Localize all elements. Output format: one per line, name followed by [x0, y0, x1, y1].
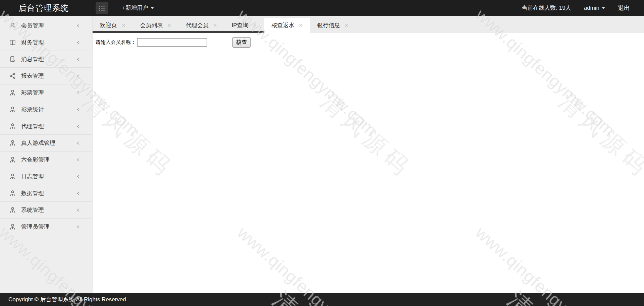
user-tie-icon [9, 139, 16, 146]
sidebar-item-label: 管理员管理 [21, 223, 50, 231]
sidebar-item-label: 系统管理 [21, 206, 44, 214]
tab-rebate-check[interactable]: 核查返水 × [264, 18, 310, 33]
chevron-left-icon [76, 158, 81, 162]
sidebar-item-label: 数据管理 [21, 189, 44, 197]
close-icon[interactable]: × [345, 22, 348, 28]
tab-agent-member[interactable]: 代理会员 × [178, 18, 224, 33]
chevron-left-icon [76, 40, 81, 45]
tab-list: 欢迎页 × 会员列表 × 代理会员 × IP查询 × 核查返水 × 银行信息 × [93, 16, 644, 33]
chevron-left-icon [76, 208, 81, 212]
admin-username: admin [584, 5, 599, 11]
chevron-left-icon [76, 174, 81, 179]
tab-bank-info[interactable]: 银行信息 × [310, 18, 356, 33]
tab-label: 核查返水 [271, 21, 294, 29]
sidebar-item-finance-mgmt[interactable]: 财务管理 [0, 34, 92, 51]
sidebar-item-label: 会员管理 [21, 22, 44, 29]
logout-button[interactable]: 退出 [618, 4, 630, 12]
menu-toggle-button[interactable] [96, 2, 108, 14]
user-tie-icon [9, 156, 16, 163]
user-tie-icon [9, 206, 16, 213]
tab-ip-query[interactable]: IP查询 × [224, 18, 264, 33]
check-button[interactable]: 核查 [232, 37, 251, 48]
sidebar-item-lottery-mgmt[interactable]: 彩票管理 [0, 84, 92, 101]
file-icon [9, 56, 16, 63]
chevron-left-icon [76, 90, 81, 95]
close-icon[interactable]: × [122, 22, 125, 28]
tab-member-list[interactable]: 会员列表 × [133, 18, 179, 33]
sidebar-item-label: 消息管理 [21, 55, 44, 63]
sidebar-item-label: 日志管理 [21, 173, 44, 180]
rebate-check-form: 请输入会员名称： 核查 [96, 37, 644, 48]
sidebar-item-lottery-stats[interactable]: 彩票统计 [0, 101, 92, 118]
header-right-group: 当前在线人数: 19人 admin 退出 [522, 0, 630, 16]
sidebar-item-label: 彩票统计 [21, 106, 44, 113]
online-count-text: 当前在线人数: 19人 [522, 4, 571, 12]
sidebar-item-live-game-mgmt[interactable]: 真人游戏管理 [0, 135, 92, 151]
close-icon[interactable]: × [213, 22, 217, 28]
sidebar-item-label: 财务管理 [21, 39, 44, 46]
content-area: 请输入会员名称： 核查 [93, 33, 644, 293]
sidebar-item-label: 报表管理 [21, 72, 44, 80]
sidebar-item-label: 六合彩管理 [21, 156, 50, 164]
member-name-input[interactable] [137, 38, 207, 47]
sidebar-item-label: 真人游戏管理 [21, 139, 55, 147]
sidebar-item-data-mgmt[interactable]: 数据管理 [0, 185, 92, 202]
list-icon [99, 5, 106, 11]
chevron-left-icon [76, 107, 81, 112]
share-icon [9, 72, 16, 79]
sidebar-item-admin-mgmt[interactable]: 管理员管理 [0, 219, 92, 235]
caret-down-icon [602, 7, 605, 9]
tab-label: 银行信息 [317, 21, 340, 29]
user-tie-icon [9, 106, 16, 113]
close-icon[interactable]: × [299, 22, 303, 28]
tab-label: 代理会员 [186, 21, 209, 29]
tab-label: IP查询 [232, 21, 249, 29]
chevron-left-icon [76, 191, 81, 196]
tab-welcome[interactable]: 欢迎页 × [93, 18, 133, 33]
close-icon[interactable]: × [253, 22, 257, 28]
sidebar-item-system-mgmt[interactable]: 系统管理 [0, 202, 92, 219]
header-bar: 后台管理系统 +新增用户 当前在线人数: 19人 admin 退出 [0, 0, 644, 16]
sidebar-item-log-mgmt[interactable]: 日志管理 [0, 168, 92, 185]
sidebar-item-report-mgmt[interactable]: 报表管理 [0, 68, 92, 84]
user-tie-icon [9, 89, 16, 96]
sidebar-item-message-mgmt[interactable]: 消息管理 [0, 51, 92, 68]
sidebar-item-agent-mgmt[interactable]: 代理管理 [0, 118, 92, 135]
user-tie-icon [9, 190, 16, 197]
user-icon [9, 22, 16, 29]
caret-down-icon [151, 7, 154, 9]
close-icon[interactable]: × [168, 22, 171, 28]
app-title: 后台管理系统 [18, 0, 69, 16]
copyright-text: Copyright © 后台管理系统 All Rights Reserved [8, 296, 126, 303]
user-tie-icon [9, 173, 16, 180]
sidebar: 会员管理 财务管理 消息管理 报表管理 彩票管理 彩票统计 [0, 16, 93, 293]
sidebar-item-label: 代理管理 [21, 122, 44, 130]
user-tie-icon [9, 223, 16, 230]
member-name-label: 请输入会员名称： [96, 39, 136, 46]
user-tie-icon [9, 123, 16, 130]
add-user-label: +新增用户 [122, 4, 148, 12]
tab-bar: 欢迎页 × 会员列表 × 代理会员 × IP查询 × 核查返水 × 银行信息 × [93, 16, 644, 33]
chevron-left-icon [76, 141, 81, 145]
sidebar-item-member-mgmt[interactable]: 会员管理 [0, 17, 92, 34]
chevron-left-icon [76, 124, 81, 129]
sidebar-item-label: 彩票管理 [21, 89, 44, 97]
chevron-left-icon [76, 225, 81, 229]
book-icon [9, 39, 16, 46]
chevron-left-icon [76, 57, 81, 62]
tab-label: 会员列表 [140, 21, 163, 29]
sidebar-item-mark-six-mgmt[interactable]: 六合彩管理 [0, 151, 92, 168]
tab-label: 欢迎页 [100, 21, 117, 29]
chevron-left-icon [76, 74, 81, 78]
chevron-left-icon [76, 23, 81, 28]
admin-dropdown[interactable]: admin [584, 5, 605, 11]
add-user-dropdown[interactable]: +新增用户 [122, 0, 154, 16]
footer-bar: Copyright © 后台管理系统 All Rights Reserved [0, 293, 644, 306]
